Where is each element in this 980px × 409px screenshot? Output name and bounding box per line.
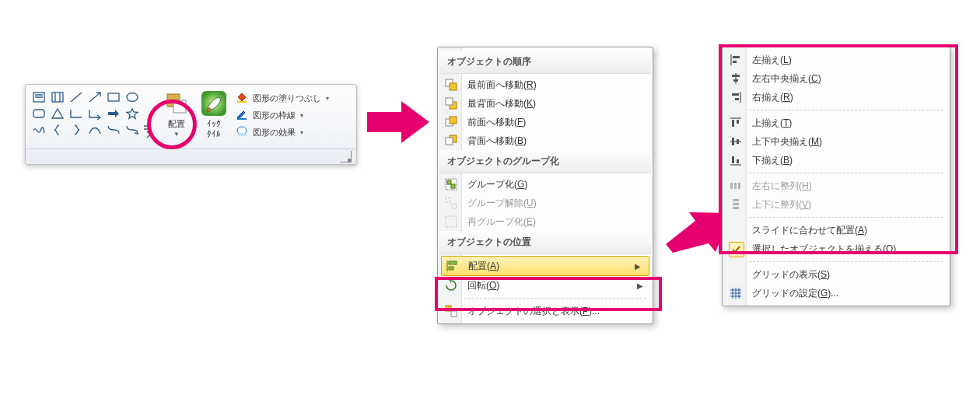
svg-rect-8 <box>237 101 247 103</box>
svg-rect-1 <box>52 93 63 102</box>
shape-arrow-icon[interactable] <box>105 106 122 121</box>
shape-elbow-arrow-icon[interactable] <box>86 106 103 121</box>
shape-freeform-icon[interactable] <box>30 122 47 138</box>
distribute-v-icon <box>729 198 743 211</box>
shape-brace-left-icon[interactable] <box>49 122 66 138</box>
shape-line-icon[interactable] <box>68 89 85 105</box>
svg-rect-29 <box>451 311 457 316</box>
svg-rect-37 <box>737 120 739 124</box>
svg-rect-25 <box>446 216 457 227</box>
dialog-launcher-icon[interactable] <box>340 151 352 163</box>
menu-align-selected[interactable]: 選択したオブジェクトを揃える(O) <box>724 239 948 258</box>
shape-oval-icon[interactable] <box>124 89 141 105</box>
svg-rect-4 <box>33 110 44 117</box>
menu-grid-settings[interactable]: グリッドの設定(G)... <box>724 284 948 302</box>
quick-label: ｲｯｸ <box>207 119 221 129</box>
svg-rect-34 <box>732 93 739 96</box>
fill-bucket-icon <box>236 91 248 105</box>
shape-arrow-line-icon[interactable] <box>86 89 103 105</box>
menu-selection-pane[interactable]: オブジェクトの選択と表示(P)... <box>439 302 651 320</box>
bring-forward-icon <box>444 115 458 129</box>
arrange-label: 配置 <box>168 119 185 129</box>
svg-rect-27 <box>449 267 453 270</box>
shape-textbox-icon[interactable] <box>30 89 47 105</box>
align-top-icon <box>729 116 743 130</box>
send-backward-icon <box>444 134 458 148</box>
menu-align-bottom[interactable]: 下揃え(B) <box>724 151 948 170</box>
shape-elbow-icon[interactable] <box>68 106 85 121</box>
section-position-title: オブジェクトの位置 <box>439 231 651 254</box>
shape-outline-option[interactable]: 図形の枠線▾ <box>233 107 329 124</box>
svg-rect-38 <box>732 138 734 145</box>
align-icon <box>445 259 459 273</box>
quick-styles-button[interactable]: ｲｯｸ ﾀｲﾙ <box>195 88 233 147</box>
svg-point-3 <box>127 93 138 102</box>
bring-to-front-icon <box>444 78 458 92</box>
blank-icon <box>729 267 743 281</box>
section-group-title: オブジェクトのグループ化 <box>439 150 651 173</box>
svg-point-11 <box>237 133 247 136</box>
menu-send-to-back[interactable]: 最背面へ移動(K) <box>439 94 651 113</box>
menu-rotate[interactable]: 回転(O) ▶ <box>439 276 651 295</box>
outline-pen-icon <box>236 108 248 122</box>
shape-roundrect-icon[interactable] <box>30 106 47 121</box>
align-center-h-icon <box>729 72 743 86</box>
send-to-back-icon <box>444 96 458 110</box>
svg-rect-23 <box>446 198 450 202</box>
effects-icon <box>236 125 248 139</box>
menu-regroup: 再グループ化(E) <box>439 212 651 231</box>
menu-align-right[interactable]: 右揃え(R) <box>724 88 948 107</box>
menu-align-left[interactable]: 左揃え(L) <box>724 51 948 69</box>
shape-effects-option[interactable]: 図形の効果▾ <box>233 124 329 141</box>
svg-rect-2 <box>108 93 119 101</box>
menu-bring-forward[interactable]: 前面へ移動(F) <box>439 113 651 131</box>
shape-rect-icon[interactable] <box>105 89 122 105</box>
menu-group[interactable]: グループ化(G) <box>439 175 651 194</box>
svg-rect-13 <box>450 83 457 90</box>
selection-pane-icon <box>444 304 458 318</box>
menu-send-backward[interactable]: 背面へ移動(B) <box>439 131 651 150</box>
svg-rect-39 <box>737 139 739 144</box>
menu-show-grid[interactable]: グリッドの表示(S) <box>724 265 948 284</box>
svg-rect-33 <box>733 79 738 82</box>
blank-icon <box>729 223 743 237</box>
menu-distribute-h: 左右に整列(H) <box>724 177 948 195</box>
ungroup-icon <box>444 196 458 210</box>
align-right-icon <box>729 90 743 104</box>
shape-curve-icon[interactable] <box>86 122 103 138</box>
svg-rect-9 <box>237 118 247 120</box>
menu-ungroup: グループ解除(U) <box>439 194 651 212</box>
shapes-gallery[interactable] <box>26 85 158 147</box>
arrange-button[interactable]: 配置 ▼ <box>158 88 195 147</box>
menu-align-to-slide[interactable]: スライドに合わせて配置(A) <box>724 221 948 239</box>
align-bottom-icon <box>729 153 743 167</box>
svg-rect-45 <box>733 199 739 201</box>
menu-align-middle-v[interactable]: 上下中央揃え(M) <box>724 132 948 151</box>
svg-rect-31 <box>733 61 737 63</box>
submenu-caret-icon: ▶ <box>637 281 643 290</box>
shape-brace-right-icon[interactable] <box>68 122 85 138</box>
chevron-down-icon: ▼ <box>173 129 180 139</box>
svg-rect-6 <box>173 100 186 113</box>
shape-vframe-icon[interactable] <box>49 89 66 105</box>
shape-connector-arrow-icon[interactable] <box>124 122 141 138</box>
svg-rect-19 <box>446 138 453 145</box>
style-label: ﾀｲﾙ <box>207 129 221 139</box>
menu-bring-to-front[interactable]: 最前面へ移動(R) <box>439 75 651 94</box>
shape-triangle-icon[interactable] <box>49 106 66 121</box>
shapes-more-icon[interactable] <box>142 122 153 138</box>
arrow-1-icon <box>367 101 429 143</box>
shape-star-icon[interactable] <box>124 106 141 121</box>
shape-connector-icon[interactable] <box>105 122 122 138</box>
brush-icon <box>198 88 229 119</box>
menu-align[interactable]: 配置(A) ▶ <box>441 256 649 276</box>
menu-align-center-h[interactable]: 左右中央揃え(C) <box>724 69 948 88</box>
align-middle-v-icon <box>729 135 743 149</box>
svg-rect-32 <box>732 75 740 77</box>
align-left-icon <box>729 53 743 67</box>
svg-rect-42 <box>730 183 733 189</box>
svg-rect-41 <box>737 159 739 163</box>
align-submenu: 左揃え(L) 左右中央揃え(C) 右揃え(R) 上揃え(T) 上下中央揃え(M) <box>722 47 950 306</box>
menu-align-top[interactable]: 上揃え(T) <box>724 114 948 132</box>
shape-fill-option[interactable]: 図形の塗りつぶし▾ <box>233 89 329 107</box>
